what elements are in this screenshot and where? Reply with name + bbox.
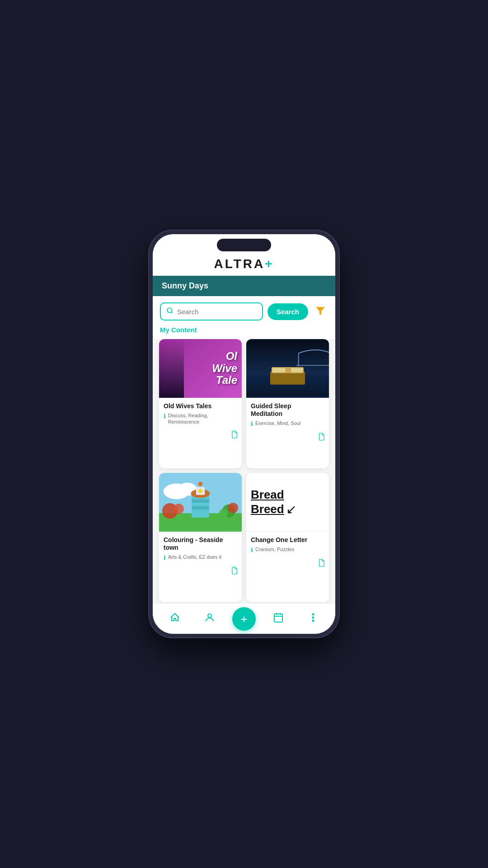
card-guided-sleep[interactable]: Guided Sleep Meditation ℹ Exercise, Mind… [246, 339, 329, 468]
card-doc-sleep [246, 431, 329, 446]
svg-point-24 [174, 504, 184, 514]
card-image-col: Bread Breed ↙ [246, 473, 329, 532]
search-area: Search [153, 296, 335, 324]
svg-rect-11 [291, 368, 303, 373]
card-tags-col: ℹ Cranium, Puzzles [251, 546, 324, 553]
my-content-label: My Content [153, 324, 335, 339]
document-icon-owt [231, 430, 238, 440]
card-old-wives-tales[interactable]: OlWiveTale Old Wives Tales ℹ Discuss, Re… [159, 339, 242, 468]
profile-icon [204, 612, 215, 626]
bottom-nav: + [153, 603, 335, 634]
card-info-col: Change One Letter ℹ Cranium, Puzzles [246, 532, 329, 557]
owt-figure-decoration [159, 339, 184, 398]
col-word1: Bread [251, 488, 324, 502]
card-colouring[interactable]: Colouring - Seaside town ℹ Arts & Crafts… [159, 473, 242, 602]
search-button[interactable]: Search [267, 303, 308, 320]
nav-calendar[interactable] [266, 609, 291, 629]
document-icon-colour [231, 566, 238, 576]
card-title-colour: Colouring - Seaside town [164, 536, 237, 552]
add-icon: + [240, 613, 247, 625]
card-tag-text-owt: Discuss, Reading, Reminiscence [168, 412, 237, 425]
card-info-owt: Old Wives Tales ℹ Discuss, Reading, Remi… [159, 398, 242, 429]
info-icon-col: ℹ [251, 547, 253, 553]
logo-plus: + [265, 257, 274, 271]
col-word2: Breed [251, 502, 284, 516]
card-doc-owt [159, 429, 242, 444]
col-arrow-icon: ↙ [286, 502, 296, 517]
card-info-sleep: Guided Sleep Meditation ℹ Exercise, Mind… [246, 398, 329, 431]
card-tag-text-sleep: Exercise, Mind, Soul [255, 420, 300, 426]
card-tag-text-colour: Arts & Crafts, EZ does it [168, 554, 221, 560]
app-logo: ALTRA+ [162, 257, 326, 271]
svg-point-21 [198, 489, 203, 493]
svg-point-27 [228, 503, 238, 513]
phone-screen: ALTRA+ Sunny Days Search [153, 234, 335, 634]
card-tags-sleep: ℹ Exercise, Mind, Soul [251, 420, 324, 427]
search-input-wrapper[interactable] [160, 302, 263, 321]
svg-rect-18 [192, 506, 209, 510]
svg-point-22 [198, 482, 203, 486]
svg-point-26 [219, 509, 228, 517]
info-icon-owt: ℹ [164, 413, 166, 420]
svg-point-0 [167, 308, 172, 313]
card-info-colour: Colouring - Seaside town ℹ Arts & Crafts… [159, 532, 242, 565]
svg-point-35 [313, 620, 314, 621]
card-tag-text-col: Cranium, Puzzles [255, 546, 294, 552]
svg-point-28 [208, 614, 211, 618]
card-doc-col [246, 557, 329, 572]
card-title-owt: Old Wives Tales [164, 402, 237, 410]
sleep-illustration [246, 339, 329, 398]
owt-image-text: OlWiveTale [212, 350, 237, 386]
logo-text: ALTRA [214, 257, 265, 271]
calendar-icon [273, 612, 284, 626]
svg-point-33 [313, 613, 314, 615]
nav-more[interactable] [300, 609, 326, 629]
card-image-colour [159, 473, 242, 532]
colour-illustration [159, 473, 242, 532]
info-icon-colour: ℹ [164, 554, 166, 561]
search-input[interactable] [177, 308, 257, 316]
nav-home[interactable] [162, 609, 188, 629]
svg-rect-17 [192, 499, 209, 503]
card-title-col: Change One Letter [251, 536, 324, 544]
card-image-sleep [246, 339, 329, 398]
nav-profile[interactable] [197, 609, 222, 629]
document-icon-col [318, 559, 325, 569]
document-icon-sleep [318, 433, 325, 443]
card-tags-owt: ℹ Discuss, Reading, Reminiscence [164, 412, 237, 425]
more-icon [308, 612, 319, 626]
card-change-one-letter[interactable]: Bread Breed ↙ Change One Letter ℹ Craniu… [246, 473, 329, 602]
svg-rect-8 [270, 372, 305, 385]
filter-icon [314, 305, 326, 317]
svg-rect-29 [274, 614, 282, 622]
section-header: Sunny Days [153, 276, 335, 296]
svg-point-34 [313, 617, 314, 618]
home-icon [169, 612, 180, 626]
svg-marker-2 [316, 307, 325, 315]
section-title: Sunny Days [162, 281, 208, 290]
svg-rect-10 [272, 368, 286, 373]
info-icon-sleep: ℹ [251, 420, 253, 427]
card-doc-colour [159, 565, 242, 580]
search-icon [166, 307, 174, 316]
card-title-sleep: Guided Sleep Meditation [251, 402, 324, 418]
phone-frame: ALTRA+ Sunny Days Search [149, 231, 339, 637]
content-grid: OlWiveTale Old Wives Tales ℹ Discuss, Re… [153, 339, 335, 634]
card-image-owt: OlWiveTale [159, 339, 242, 398]
nav-add-button[interactable]: + [232, 607, 256, 631]
notch [217, 239, 271, 251]
card-tags-colour: ℹ Arts & Crafts, EZ does it [164, 554, 237, 561]
svg-line-1 [171, 312, 173, 313]
filter-button[interactable] [313, 303, 328, 320]
